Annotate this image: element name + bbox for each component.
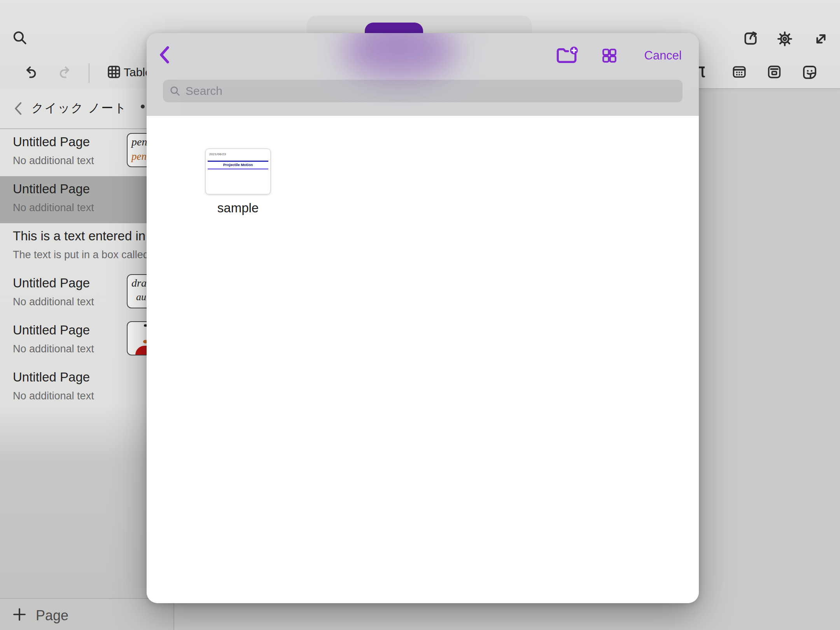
doc-heading: Projectile Motion — [206, 163, 270, 167]
doc-rule-top — [208, 161, 268, 162]
plus-icon — [12, 607, 27, 622]
frosted-purple-glow — [341, 33, 458, 80]
settings-gear-icon[interactable] — [776, 30, 794, 48]
new-folder-icon[interactable] — [554, 46, 579, 65]
file-tile-sample[interactable]: 2021/06/23 Projectile Motion sample — [205, 149, 271, 194]
modal-header: Cancel — [147, 33, 699, 116]
search-field[interactable] — [163, 80, 682, 102]
add-page-label: Page — [36, 607, 68, 624]
grid-view-icon[interactable] — [601, 47, 618, 64]
keypad-icon[interactable] — [732, 64, 747, 80]
doc-rule-bottom — [208, 168, 268, 170]
file-name-label: sample — [182, 201, 294, 215]
sticker-icon[interactable] — [802, 64, 818, 80]
app-root: Table π クイック ノート — [0, 0, 840, 630]
more-options-icon[interactable] — [141, 105, 145, 108]
import-file-modal: 2021/06/23 Projectile Motion sample Canc… — [147, 33, 699, 603]
file-browser-content: 2021/06/23 Projectile Motion sample — [147, 116, 699, 603]
table-icon[interactable] — [107, 65, 121, 79]
modal-back-chevron-icon[interactable] — [156, 45, 175, 65]
expand-icon[interactable] — [812, 30, 830, 48]
undo-icon[interactable] — [22, 64, 38, 80]
add-page-bar[interactable]: Page — [0, 598, 174, 630]
notebook-title: クイック ノート — [0, 100, 159, 116]
share-icon[interactable] — [742, 30, 759, 47]
redo-icon[interactable] — [58, 64, 74, 80]
toolbar-divider — [89, 63, 89, 83]
cancel-button[interactable]: Cancel — [644, 49, 682, 63]
search-icon — [169, 85, 181, 97]
search-icon[interactable] — [12, 30, 28, 46]
doc-date: 2021/06/23 — [209, 152, 226, 156]
search-input[interactable] — [185, 84, 676, 98]
file-thumbnail: 2021/06/23 Projectile Motion — [205, 149, 271, 194]
flashcards-icon[interactable] — [766, 64, 782, 80]
